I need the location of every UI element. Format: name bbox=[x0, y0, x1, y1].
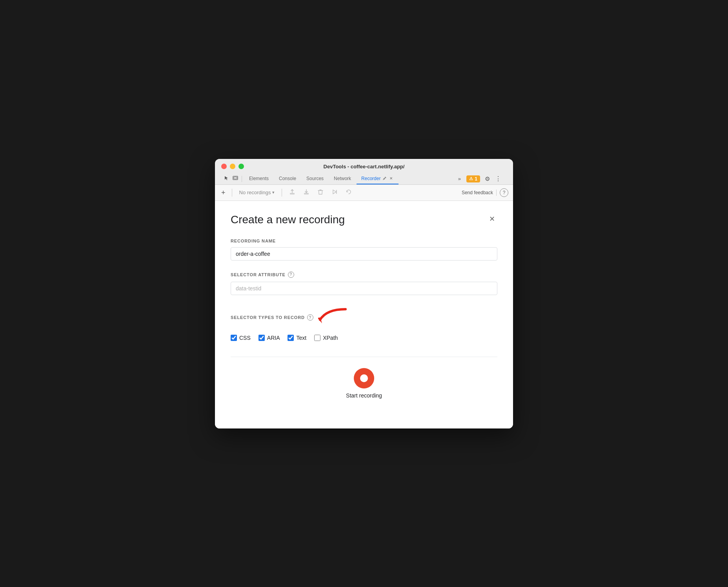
svg-rect-6 bbox=[336, 190, 337, 194]
layers-tool-icon[interactable] bbox=[231, 175, 239, 183]
tab-nav-icons: » ⚠ 1 ⚙ ⋮ bbox=[455, 175, 505, 183]
xpath-checkbox[interactable] bbox=[314, 335, 320, 341]
window-title: DevTools - coffee-cart.netlify.app/ bbox=[324, 164, 405, 170]
selector-attribute-input[interactable] bbox=[231, 282, 497, 295]
tab-console[interactable]: Console bbox=[274, 173, 301, 184]
play-step-icon bbox=[331, 189, 338, 196]
aria-label: ARIA bbox=[267, 335, 280, 341]
add-recording-button[interactable]: + bbox=[220, 189, 227, 196]
delete-button[interactable] bbox=[315, 187, 326, 198]
send-feedback-button[interactable]: Send feedback bbox=[462, 190, 493, 195]
svg-rect-3 bbox=[290, 194, 295, 195]
checkboxes-row: CSS ARIA Text XPath bbox=[231, 335, 497, 341]
svg-rect-4 bbox=[304, 193, 309, 194]
selector-attribute-help-icon[interactable]: ? bbox=[288, 272, 294, 278]
dialog-title: Create a new recording bbox=[231, 213, 345, 226]
xpath-checkbox-item[interactable]: XPath bbox=[314, 335, 338, 341]
no-recordings-label: No recordings bbox=[239, 190, 271, 195]
tab-divider-1 bbox=[242, 176, 242, 182]
issues-warning-icon: ⚠ bbox=[469, 176, 473, 181]
recordings-dropdown[interactable]: No recordings ▾ bbox=[237, 188, 277, 197]
selector-types-header: Selector Types To Record ? bbox=[231, 306, 497, 329]
toolbar-divider-3 bbox=[496, 190, 497, 196]
recorder-pin-icon bbox=[382, 176, 387, 181]
settings-icon: ⚙ bbox=[485, 175, 490, 182]
arrow-annotation bbox=[318, 306, 349, 329]
replay-button[interactable] bbox=[343, 187, 354, 198]
svg-rect-2 bbox=[290, 193, 295, 194]
recording-name-section: Recording Name bbox=[231, 239, 497, 261]
selector-attribute-label: Selector Attribute ? bbox=[231, 272, 497, 278]
cursor-icon bbox=[224, 175, 229, 182]
close-window-button[interactable] bbox=[221, 164, 227, 169]
footer-section: Start recording bbox=[231, 357, 497, 407]
start-recording-button[interactable]: Start recording bbox=[346, 368, 382, 399]
tabs-row: Elements Console Sources Network Recorde… bbox=[221, 173, 507, 184]
red-arrow-icon bbox=[318, 306, 349, 328]
recorder-toolbar: + No recordings ▾ bbox=[215, 185, 513, 201]
minimize-window-button[interactable] bbox=[230, 164, 235, 169]
issues-badge-button[interactable]: ⚠ 1 bbox=[466, 175, 480, 182]
record-inner-dot bbox=[360, 374, 368, 382]
devtools-window: DevTools - coffee-cart.netlify.app/ bbox=[215, 159, 513, 428]
export-button[interactable] bbox=[287, 187, 298, 198]
recorder-tab-label: Recorder bbox=[361, 176, 380, 181]
issues-count: 1 bbox=[475, 176, 477, 182]
selector-types-label: Selector Types To Record ? bbox=[231, 314, 313, 321]
start-recording-label: Start recording bbox=[346, 392, 382, 399]
tab-elements[interactable]: Elements bbox=[244, 173, 273, 184]
xpath-label: XPath bbox=[323, 335, 338, 341]
dialog-header: Create a new recording ✕ bbox=[231, 213, 497, 226]
selector-attribute-section: Selector Attribute ? bbox=[231, 272, 497, 295]
selector-types-section: Selector Types To Record ? CSS bbox=[231, 306, 497, 341]
recording-name-input[interactable] bbox=[231, 247, 497, 261]
traffic-lights bbox=[221, 164, 244, 169]
text-checkbox[interactable] bbox=[288, 335, 294, 341]
text-label: Text bbox=[296, 335, 306, 341]
import-button[interactable] bbox=[301, 187, 312, 198]
play-step-button[interactable] bbox=[329, 187, 340, 198]
dropdown-chevron-icon: ▾ bbox=[272, 190, 275, 195]
help-button[interactable]: ? bbox=[500, 188, 508, 197]
tab-recorder[interactable]: Recorder ✕ bbox=[357, 173, 399, 184]
title-bar: DevTools - coffee-cart.netlify.app/ bbox=[215, 159, 513, 185]
more-tabs-button[interactable]: » bbox=[455, 175, 463, 183]
css-label: CSS bbox=[239, 335, 251, 341]
css-checkbox[interactable] bbox=[231, 335, 237, 341]
settings-button[interactable]: ⚙ bbox=[483, 175, 491, 183]
toolbar-divider-1 bbox=[232, 189, 232, 197]
recording-name-label: Recording Name bbox=[231, 239, 497, 243]
customize-button[interactable]: ⋮ bbox=[494, 175, 502, 183]
main-content: Create a new recording ✕ Recording Name … bbox=[215, 201, 513, 428]
toolbar-divider-2 bbox=[282, 189, 282, 197]
aria-checkbox[interactable] bbox=[258, 335, 265, 341]
import-icon bbox=[303, 189, 309, 196]
export-icon bbox=[289, 189, 295, 196]
more-tabs-icon: » bbox=[458, 176, 461, 182]
cursor-tool-icon[interactable] bbox=[223, 175, 231, 183]
layers-icon bbox=[233, 175, 238, 182]
svg-rect-5 bbox=[304, 194, 309, 195]
css-checkbox-item[interactable]: CSS bbox=[231, 335, 251, 341]
replay-icon bbox=[346, 189, 352, 196]
tab-sources[interactable]: Sources bbox=[302, 173, 328, 184]
recorder-tab-close-icon[interactable]: ✕ bbox=[388, 176, 394, 181]
selector-types-help-icon[interactable]: ? bbox=[307, 314, 313, 321]
close-dialog-icon: ✕ bbox=[489, 215, 495, 223]
svg-rect-1 bbox=[234, 177, 237, 179]
text-checkbox-item[interactable]: Text bbox=[288, 335, 306, 341]
tab-network[interactable]: Network bbox=[329, 173, 356, 184]
close-dialog-button[interactable]: ✕ bbox=[486, 213, 497, 224]
customize-icon: ⋮ bbox=[495, 175, 501, 182]
maximize-window-button[interactable] bbox=[238, 164, 244, 169]
record-circle-icon bbox=[354, 368, 374, 388]
help-icon: ? bbox=[503, 190, 506, 195]
aria-checkbox-item[interactable]: ARIA bbox=[258, 335, 280, 341]
delete-icon bbox=[318, 189, 323, 196]
